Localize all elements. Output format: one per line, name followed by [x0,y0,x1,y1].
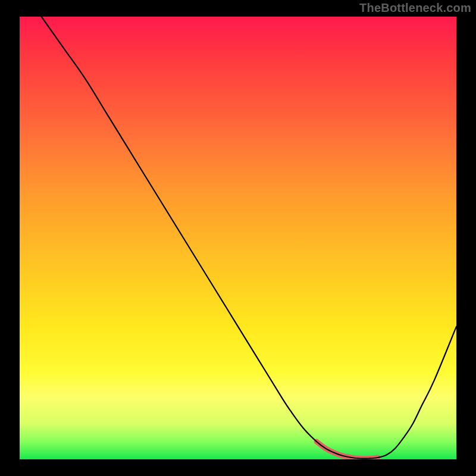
curve-highlight [317,441,378,458]
chart-frame: TheBottleneck.com [0,0,476,476]
watermark-label: TheBottleneck.com [359,1,471,15]
bottleneck-curve [42,17,456,459]
curve-svg [20,17,456,459]
plot-area [20,17,456,459]
